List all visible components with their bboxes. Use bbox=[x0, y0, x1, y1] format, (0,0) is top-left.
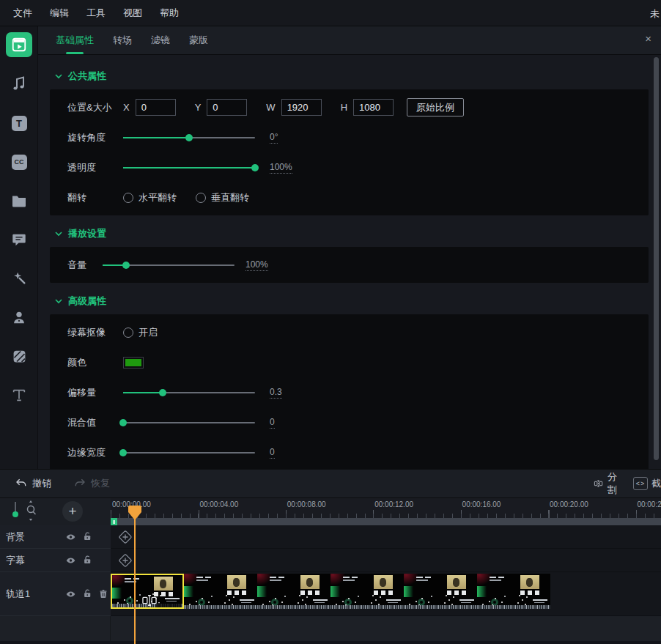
edge-width-slider[interactable] bbox=[123, 448, 255, 458]
menu-bar: 文件 编辑 工具 视图 帮助 未 bbox=[0, 0, 661, 26]
eye-icon[interactable] bbox=[64, 532, 77, 542]
tab-filters[interactable]: 滤镜 bbox=[151, 34, 170, 47]
text-tool-icon[interactable]: T bbox=[4, 108, 34, 138]
section-advanced-properties[interactable]: 高级属性 bbox=[50, 295, 649, 308]
undo-button[interactable]: 撤销 bbox=[15, 477, 51, 490]
edge-width-value[interactable]: 0 bbox=[270, 447, 275, 459]
timeline-clip[interactable] bbox=[257, 574, 330, 609]
original-ratio-button[interactable]: 原始比例 bbox=[407, 98, 464, 116]
radio-icon[interactable] bbox=[123, 327, 133, 338]
slider-thumb[interactable] bbox=[251, 164, 259, 171]
menu-tools[interactable]: 工具 bbox=[86, 7, 106, 20]
timeline-clip[interactable] bbox=[111, 574, 184, 609]
playhead[interactable] bbox=[128, 506, 141, 523]
media-library-icon[interactable] bbox=[6, 32, 32, 57]
track-header-subtitles: 字幕 bbox=[0, 549, 111, 572]
blend-value[interactable]: 0 bbox=[270, 417, 275, 429]
blend-slider[interactable] bbox=[123, 418, 255, 428]
video-editor-window: 文件 编辑 工具 视图 帮助 未 T CC bbox=[0, 0, 661, 644]
slider-thumb[interactable] bbox=[159, 389, 166, 396]
lock-icon[interactable] bbox=[82, 531, 93, 542]
track-lane-background[interactable] bbox=[111, 525, 661, 549]
volume-slider[interactable] bbox=[103, 260, 235, 270]
trash-icon[interactable] bbox=[98, 588, 108, 599]
pattern-background-icon[interactable] bbox=[4, 341, 34, 371]
track-header-video1: 轨道1 bbox=[0, 572, 111, 616]
lock-icon[interactable] bbox=[82, 588, 93, 599]
folder-icon[interactable] bbox=[4, 186, 34, 215]
captions-icon[interactable]: CC bbox=[4, 147, 34, 177]
add-track-button[interactable]: + bbox=[62, 501, 83, 522]
offset-value[interactable]: 0.3 bbox=[270, 387, 282, 399]
volume-value[interactable]: 100% bbox=[245, 259, 268, 271]
keyframe-add-icon[interactable] bbox=[117, 528, 134, 546]
menu-view[interactable]: 视图 bbox=[123, 7, 142, 20]
timeline-clip[interactable] bbox=[184, 574, 257, 609]
advanced-properties-body: 绿幕抠像 开启 颜色 偏移量 bbox=[50, 314, 649, 469]
crop-button-partial[interactable]: <> 截 bbox=[633, 477, 661, 490]
music-icon[interactable] bbox=[4, 70, 34, 99]
section-common-properties[interactable]: 公共属性 bbox=[50, 70, 649, 83]
text-width-tool-icon[interactable] bbox=[4, 380, 34, 410]
zoom-magnifier-icon[interactable] bbox=[23, 500, 38, 525]
chroma-key-enable-option[interactable]: 开启 bbox=[123, 326, 158, 339]
in-point-marker-icon[interactable] bbox=[111, 518, 117, 525]
split-button[interactable]: 分割 bbox=[594, 470, 621, 497]
clip-thumbnail-frame bbox=[477, 574, 514, 609]
offset-slider[interactable] bbox=[123, 388, 255, 398]
slider-thumb[interactable] bbox=[119, 419, 127, 426]
section-playback-settings[interactable]: 播放设置 bbox=[50, 227, 649, 240]
clip-thumbnail-frame bbox=[221, 574, 257, 609]
timeline-work-area-bar[interactable] bbox=[111, 518, 661, 525]
track-row-subtitles: 字幕 bbox=[0, 549, 661, 572]
eye-icon[interactable] bbox=[64, 555, 77, 566]
chroma-color-swatch[interactable] bbox=[123, 357, 144, 369]
menu-help[interactable]: 帮助 bbox=[160, 7, 179, 20]
keyframe-add-icon[interactable] bbox=[117, 552, 134, 569]
timeline-clip[interactable] bbox=[477, 574, 550, 609]
color-label: 颜色 bbox=[67, 356, 123, 369]
h-input[interactable] bbox=[353, 99, 394, 116]
section-title: 播放设置 bbox=[68, 227, 106, 240]
x-input[interactable] bbox=[136, 99, 176, 116]
w-input[interactable] bbox=[281, 99, 322, 116]
opacity-value[interactable]: 100% bbox=[270, 162, 292, 174]
radio-icon[interactable] bbox=[123, 193, 133, 203]
chevron-down-icon bbox=[55, 299, 62, 304]
common-properties-body: 位置&大小 X Y W H 原始比例 旋转角度 bbox=[50, 89, 649, 215]
track-lane-subtitles[interactable] bbox=[111, 549, 661, 572]
timeline-clip[interactable] bbox=[404, 574, 477, 609]
comment-icon[interactable] bbox=[4, 225, 34, 254]
ruler-timestamp: 00:00:16.00 bbox=[462, 500, 501, 508]
timeline-clip[interactable] bbox=[330, 574, 404, 609]
radio-icon[interactable] bbox=[196, 193, 206, 203]
tab-transitions[interactable]: 转场 bbox=[113, 34, 132, 47]
slider-thumb[interactable] bbox=[122, 262, 130, 269]
rotation-slider[interactable] bbox=[123, 133, 255, 143]
menu-edit[interactable]: 编辑 bbox=[50, 7, 69, 20]
flip-horizontal-option[interactable]: 水平翻转 bbox=[123, 191, 177, 204]
lock-icon[interactable] bbox=[82, 555, 93, 566]
volume-row: 音量 100% bbox=[50, 250, 649, 280]
clip-audio-waveform bbox=[404, 605, 477, 609]
slider-thumb[interactable] bbox=[185, 134, 193, 141]
close-icon[interactable]: × bbox=[645, 33, 651, 44]
panel-scrollbar[interactable] bbox=[654, 57, 659, 460]
y-input[interactable] bbox=[207, 99, 247, 116]
flip-vertical-option[interactable]: 垂直翻转 bbox=[196, 191, 249, 204]
magic-wand-icon[interactable] bbox=[4, 264, 34, 293]
timeline-zoom-thumb[interactable] bbox=[12, 511, 18, 517]
track-lane-video1[interactable] bbox=[111, 572, 661, 616]
user-icon[interactable] bbox=[4, 303, 34, 332]
rotation-value[interactable]: 0° bbox=[270, 132, 278, 144]
tab-basic-properties[interactable]: 基础属性 bbox=[56, 34, 94, 47]
eye-icon[interactable] bbox=[64, 589, 77, 599]
slider-thumb[interactable] bbox=[119, 449, 127, 456]
redo-button[interactable]: 恢复 bbox=[73, 477, 110, 490]
menu-file[interactable]: 文件 bbox=[13, 7, 32, 20]
tab-masks[interactable]: 蒙版 bbox=[189, 34, 208, 47]
opacity-slider[interactable] bbox=[123, 163, 255, 173]
track-name: 轨道1 bbox=[6, 588, 30, 601]
position-size-row: 位置&大小 X Y W H 原始比例 bbox=[50, 92, 649, 122]
timeline-bottom-scrollbar[interactable] bbox=[0, 641, 661, 644]
